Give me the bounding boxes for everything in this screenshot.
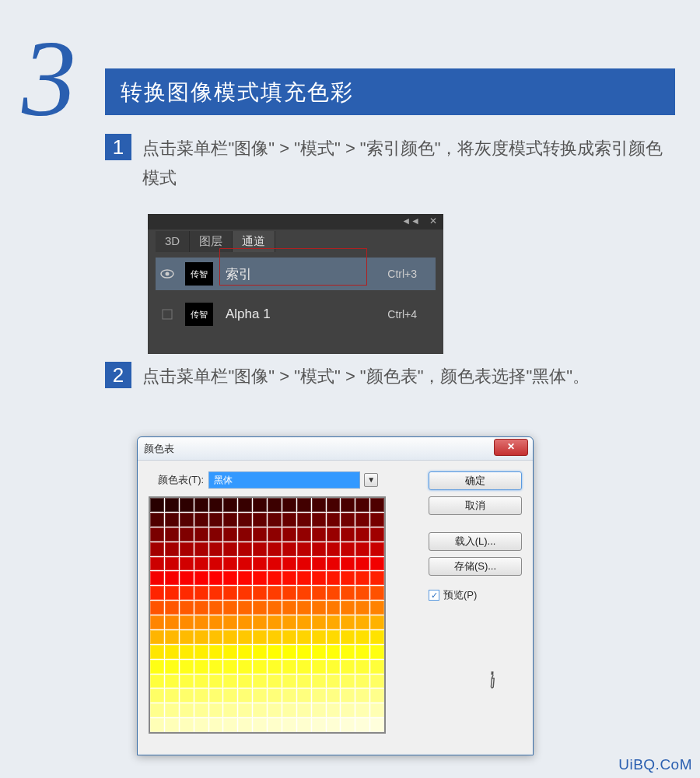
color-swatch[interactable] — [180, 542, 194, 556]
color-swatch[interactable] — [341, 660, 355, 674]
color-swatch[interactable] — [297, 615, 311, 629]
color-swatch[interactable] — [165, 542, 179, 556]
color-swatch[interactable] — [312, 571, 326, 585]
color-swatch[interactable] — [370, 557, 384, 571]
color-swatch[interactable] — [341, 645, 355, 659]
color-swatch[interactable] — [223, 689, 237, 703]
color-swatch[interactable] — [327, 630, 341, 644]
color-swatch[interactable] — [341, 542, 355, 556]
color-swatch[interactable] — [312, 513, 326, 527]
color-swatch[interactable] — [312, 675, 326, 689]
color-swatch[interactable] — [238, 718, 252, 732]
eyedropper-icon[interactable] — [480, 666, 506, 693]
color-swatch[interactable] — [165, 527, 179, 541]
color-swatch[interactable] — [268, 527, 282, 541]
color-swatch[interactable] — [297, 689, 311, 703]
color-swatch[interactable] — [253, 586, 267, 600]
color-swatch[interactable] — [297, 542, 311, 556]
color-swatch[interactable] — [238, 703, 252, 717]
color-swatch[interactable] — [253, 527, 267, 541]
color-swatch[interactable] — [370, 675, 384, 689]
color-swatch[interactable] — [194, 571, 208, 585]
color-swatch[interactable] — [150, 689, 164, 703]
color-swatch[interactable] — [165, 557, 179, 571]
color-swatch[interactable] — [341, 527, 355, 541]
color-swatch[interactable] — [327, 527, 341, 541]
color-swatch[interactable] — [327, 557, 341, 571]
color-swatch[interactable] — [209, 527, 223, 541]
color-swatch[interactable] — [223, 542, 237, 556]
color-swatch[interactable] — [327, 601, 341, 615]
color-swatch[interactable] — [238, 542, 252, 556]
color-swatch[interactable] — [268, 557, 282, 571]
color-swatch[interactable] — [209, 703, 223, 717]
color-swatch[interactable] — [268, 498, 282, 512]
color-swatch[interactable] — [238, 660, 252, 674]
color-swatch[interactable] — [268, 571, 282, 585]
color-swatch[interactable] — [238, 601, 252, 615]
color-swatch[interactable] — [282, 601, 296, 615]
visibility-eye-icon[interactable] — [156, 262, 179, 286]
color-swatch[interactable] — [312, 586, 326, 600]
color-swatch[interactable] — [370, 645, 384, 659]
color-swatch[interactable] — [268, 630, 282, 644]
color-swatch[interactable] — [327, 586, 341, 600]
color-swatch[interactable] — [253, 703, 267, 717]
color-swatch[interactable] — [341, 718, 355, 732]
color-swatch[interactable] — [238, 586, 252, 600]
color-swatch[interactable] — [180, 630, 194, 644]
color-swatch[interactable] — [180, 689, 194, 703]
color-swatch[interactable] — [370, 571, 384, 585]
color-swatch[interactable] — [180, 527, 194, 541]
color-swatch[interactable] — [253, 645, 267, 659]
color-swatch[interactable] — [150, 571, 164, 585]
color-swatch[interactable] — [209, 586, 223, 600]
color-swatch[interactable] — [297, 718, 311, 732]
dialog-titlebar[interactable]: 颜色表 ✕ — [138, 437, 533, 461]
color-swatch[interactable] — [327, 675, 341, 689]
color-swatch[interactable] — [194, 615, 208, 629]
color-swatch[interactable] — [194, 675, 208, 689]
color-swatch[interactable] — [327, 703, 341, 717]
color-swatch[interactable] — [238, 557, 252, 571]
color-swatch[interactable] — [238, 513, 252, 527]
color-swatch[interactable] — [355, 675, 369, 689]
color-swatch[interactable] — [223, 645, 237, 659]
color-swatch[interactable] — [150, 498, 164, 512]
color-swatch[interactable] — [355, 571, 369, 585]
color-swatch[interactable] — [194, 645, 208, 659]
color-swatch[interactable] — [297, 675, 311, 689]
save-button[interactable]: 存储(S)... — [429, 557, 522, 576]
color-swatch[interactable] — [341, 601, 355, 615]
color-swatch[interactable] — [268, 675, 282, 689]
color-swatch[interactable] — [370, 615, 384, 629]
color-swatch[interactable] — [282, 571, 296, 585]
color-swatch[interactable] — [238, 645, 252, 659]
color-swatch[interactable] — [341, 498, 355, 512]
color-swatch[interactable] — [165, 586, 179, 600]
color-swatch[interactable] — [223, 571, 237, 585]
color-swatch[interactable] — [370, 498, 384, 512]
color-swatch[interactable] — [297, 703, 311, 717]
color-swatch[interactable] — [282, 630, 296, 644]
color-swatch[interactable] — [150, 645, 164, 659]
color-swatch[interactable] — [355, 557, 369, 571]
color-swatch[interactable] — [223, 586, 237, 600]
color-swatch[interactable] — [253, 601, 267, 615]
color-swatch[interactable] — [268, 703, 282, 717]
color-swatch[interactable] — [180, 571, 194, 585]
color-swatch[interactable] — [223, 703, 237, 717]
cancel-button[interactable]: 取消 — [429, 496, 522, 515]
color-swatch[interactable] — [297, 645, 311, 659]
visibility-eye-icon[interactable] — [156, 303, 179, 326]
color-swatch[interactable] — [327, 571, 341, 585]
color-swatch[interactable] — [253, 557, 267, 571]
color-swatch[interactable] — [282, 703, 296, 717]
color-swatch[interactable] — [282, 675, 296, 689]
color-swatch[interactable] — [253, 542, 267, 556]
color-swatch[interactable] — [268, 615, 282, 629]
tab-layers[interactable]: 图层 — [190, 231, 233, 252]
color-swatch[interactable] — [150, 513, 164, 527]
color-swatch[interactable] — [370, 586, 384, 600]
color-swatch[interactable] — [355, 689, 369, 703]
